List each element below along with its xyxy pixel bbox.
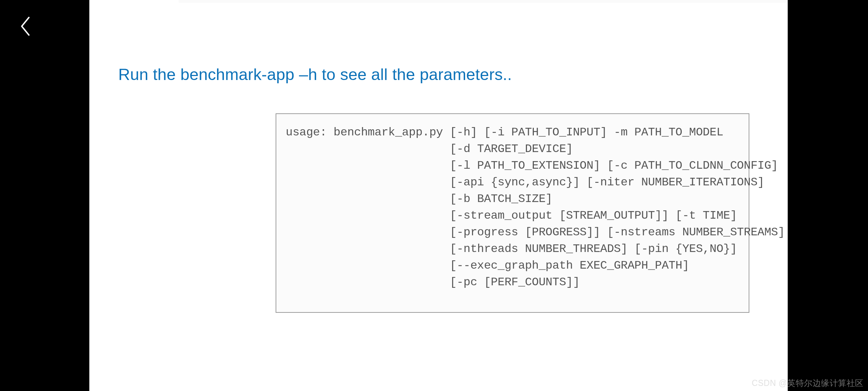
slide-title: Run the benchmark-app –h to see all the … [118, 65, 512, 84]
slide-top-edge [179, 0, 868, 3]
watermark: CSDN @英特尔边缘计算社区 [752, 378, 864, 389]
slide-content: Run the benchmark-app –h to see all the … [89, 0, 788, 391]
usage-text: usage: benchmark_app.py [-h] [-i PATH_TO… [286, 124, 739, 291]
code-block: usage: benchmark_app.py [-h] [-i PATH_TO… [276, 113, 749, 313]
back-button[interactable] [14, 15, 36, 37]
chevron-left-icon [18, 16, 33, 36]
